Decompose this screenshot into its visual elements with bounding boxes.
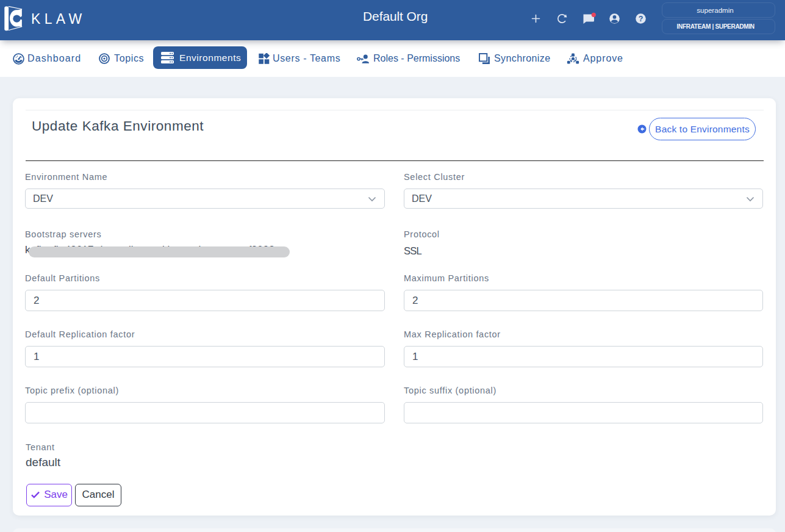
svg-text:?: ? (639, 15, 643, 23)
